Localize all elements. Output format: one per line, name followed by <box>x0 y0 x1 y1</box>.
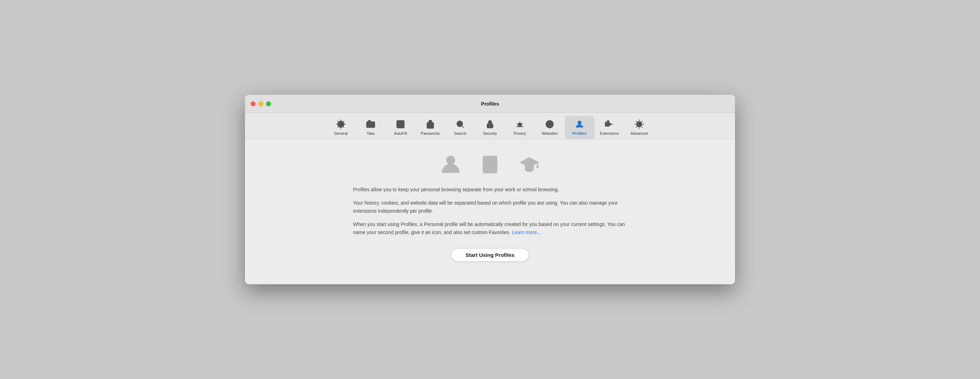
search-icon <box>455 119 466 130</box>
toolbar-item-security[interactable]: Security <box>475 116 505 139</box>
profiles-icon <box>574 119 585 130</box>
security-label: Security <box>483 131 497 135</box>
description-block: Profiles allow you to keep your personal… <box>353 186 627 242</box>
description-3: When you start using Profiles, a Persona… <box>353 220 627 236</box>
maximize-button[interactable] <box>266 102 271 106</box>
search-label: Search <box>454 131 466 135</box>
advanced-icon <box>633 119 645 130</box>
autofill-icon <box>395 119 406 130</box>
extensions-icon <box>604 119 615 130</box>
passwords-label: Passwords <box>421 131 440 135</box>
passwords-icon <box>425 119 436 130</box>
svg-point-7 <box>489 125 491 127</box>
tabs-icon <box>365 119 376 130</box>
traffic-lights <box>251 102 271 106</box>
toolbar-item-extensions[interactable]: Extensions <box>595 116 624 139</box>
svg-point-16 <box>446 156 455 165</box>
id-card-icon <box>479 153 501 176</box>
toolbar: General Tabs AutoFill <box>245 113 735 139</box>
svg-marker-20 <box>520 157 539 168</box>
privacy-label: Privacy <box>514 131 526 135</box>
person-icon <box>439 153 462 176</box>
svg-point-1 <box>338 121 344 128</box>
toolbar-item-search[interactable]: Search <box>445 116 475 139</box>
toolbar-item-privacy[interactable]: Privacy <box>505 116 535 139</box>
general-label: General <box>334 131 347 135</box>
svg-rect-13 <box>605 122 609 126</box>
svg-point-5 <box>457 121 463 127</box>
start-using-profiles-button[interactable]: Start Using Profiles <box>451 248 528 262</box>
svg-point-9 <box>548 121 551 128</box>
advanced-label: Advanced <box>631 131 648 135</box>
graduation-cap-icon <box>518 153 541 176</box>
extensions-label: Extensions <box>600 131 619 135</box>
learn-more-link[interactable]: Learn more... <box>512 229 541 235</box>
toolbar-item-profiles[interactable]: Profiles <box>565 116 595 139</box>
toolbar-item-tabs[interactable]: Tabs <box>356 116 386 139</box>
toolbar-item-advanced[interactable]: Advanced <box>624 116 654 139</box>
toolbar-item-autofill[interactable]: AutoFill <box>386 116 415 139</box>
websites-label: Websites <box>542 131 557 135</box>
title-bar: Profiles <box>245 95 735 113</box>
close-button[interactable] <box>251 102 256 106</box>
security-icon <box>484 119 496 130</box>
content-area: Profiles allow you to keep your personal… <box>245 139 735 284</box>
window-title: Profiles <box>481 101 499 107</box>
description-2: Your history, cookies, and website data … <box>353 199 627 215</box>
websites-icon <box>544 119 555 130</box>
toolbar-item-websites[interactable]: Websites <box>535 116 565 139</box>
minimize-button[interactable] <box>258 102 263 106</box>
toolbar-item-general[interactable]: General <box>326 116 356 139</box>
autofill-label: AutoFill <box>394 131 407 135</box>
profile-illustration <box>439 153 541 176</box>
svg-point-12 <box>578 121 581 124</box>
general-icon <box>335 119 347 130</box>
tabs-label: Tabs <box>366 131 374 135</box>
profiles-label: Profiles <box>573 131 587 135</box>
main-window: Profiles General Tabs <box>245 95 735 284</box>
description-1: Profiles allow you to keep your personal… <box>353 186 627 193</box>
svg-point-15 <box>636 121 642 127</box>
svg-rect-2 <box>366 122 374 127</box>
toolbar-item-passwords[interactable]: Passwords <box>415 116 445 139</box>
privacy-icon <box>514 119 525 130</box>
svg-point-21 <box>536 166 538 168</box>
svg-rect-19 <box>486 159 493 160</box>
